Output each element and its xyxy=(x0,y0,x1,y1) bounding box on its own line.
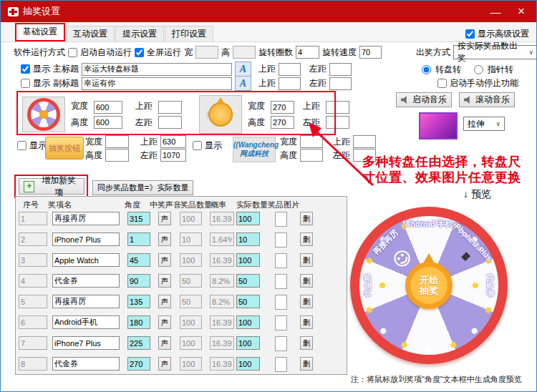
probability-field[interactable] xyxy=(210,232,234,246)
lottery-button-width-field[interactable] xyxy=(105,135,129,148)
subtitle-left-field[interactable] xyxy=(329,77,352,90)
angle-input[interactable] xyxy=(127,212,150,225)
sound-button[interactable]: 声 xyxy=(158,315,171,329)
row-number-field[interactable] xyxy=(19,212,47,225)
prize-quantity-field[interactable] xyxy=(180,274,202,288)
row-number-field[interactable] xyxy=(19,336,47,350)
prize-quantity-field[interactable] xyxy=(180,315,202,329)
probability-field[interactable] xyxy=(210,295,234,308)
probability-field[interactable] xyxy=(210,357,234,371)
wheel-top-field[interactable] xyxy=(158,101,182,114)
angle-input[interactable] xyxy=(127,274,150,288)
delete-button[interactable]: 删 xyxy=(300,232,313,246)
prize-image-box[interactable] xyxy=(275,253,287,268)
probability-field[interactable] xyxy=(210,274,234,288)
angle-input[interactable] xyxy=(127,357,150,371)
sound-button[interactable]: 声 xyxy=(158,336,171,350)
delete-button[interactable]: 删 xyxy=(300,253,313,267)
actual-quantity-input[interactable] xyxy=(236,336,260,350)
prize-quantity-field[interactable] xyxy=(180,295,202,308)
prize-image-box[interactable] xyxy=(275,295,287,310)
show-advanced-settings[interactable]: 显示高级设置 xyxy=(465,28,529,40)
delete-button[interactable]: 删 xyxy=(300,274,313,288)
sound-button[interactable]: 声 xyxy=(158,274,171,288)
subtitle-font-button[interactable]: A xyxy=(235,76,251,91)
actual-quantity-input[interactable] xyxy=(236,315,260,329)
main-title-input[interactable] xyxy=(82,63,232,76)
angle-input[interactable] xyxy=(127,336,150,350)
prize-quantity-field[interactable] xyxy=(180,212,202,225)
wheel-image-thumbnail[interactable] xyxy=(22,97,65,132)
startup-music-button[interactable]: 启动音乐 xyxy=(396,92,452,107)
wheel-spin-radio[interactable] xyxy=(422,65,431,74)
wheel-width-field[interactable] xyxy=(94,101,122,114)
main-title-show-checkbox[interactable] xyxy=(21,64,30,74)
prize-name-input[interactable] xyxy=(52,295,120,308)
fullscreen-checkbox[interactable] xyxy=(135,48,144,57)
prize-name-input[interactable] xyxy=(52,357,120,371)
sound-button[interactable]: 声 xyxy=(158,212,171,225)
row-number-field[interactable] xyxy=(19,295,47,308)
sound-button[interactable]: 声 xyxy=(158,253,171,267)
prize-image-box[interactable] xyxy=(275,336,287,351)
row-number-field[interactable] xyxy=(19,274,47,288)
probability-field[interactable] xyxy=(210,212,234,225)
delete-button[interactable]: 删 xyxy=(300,357,313,371)
screen-height-field[interactable] xyxy=(233,46,256,59)
actual-quantity-input[interactable] xyxy=(236,295,260,308)
actual-quantity-input[interactable] xyxy=(236,232,260,246)
prize-name-input[interactable] xyxy=(52,253,120,267)
actual-quantity-input[interactable] xyxy=(236,253,260,267)
auto-run-checkbox[interactable] xyxy=(68,48,77,57)
tab-print-settings[interactable]: 打印设置 xyxy=(165,26,213,41)
wheel-left-field[interactable] xyxy=(158,116,182,129)
pointer-image-thumbnail[interactable]: 指针图片 xyxy=(199,95,242,134)
pointer-width-field[interactable] xyxy=(271,101,294,114)
pointer-height-field[interactable] xyxy=(271,116,294,129)
main-title-font-button[interactable]: A xyxy=(235,62,251,77)
delete-button[interactable]: 删 xyxy=(300,315,313,329)
angle-input[interactable] xyxy=(127,253,150,267)
prize-name-input[interactable] xyxy=(52,274,120,288)
row-number-field[interactable] xyxy=(19,357,47,371)
logo-height-field[interactable] xyxy=(300,149,323,162)
sound-button[interactable]: 声 xyxy=(158,295,171,308)
prize-image-box[interactable] xyxy=(275,212,287,227)
row-number-field[interactable] xyxy=(19,232,47,246)
sound-button[interactable]: 声 xyxy=(158,232,171,246)
prize-quantity-field[interactable] xyxy=(180,357,202,371)
tab-prompt-settings[interactable]: 提示设置 xyxy=(115,26,164,41)
prize-mode-select[interactable]: 按实际奖品数出奖 ∨ xyxy=(453,45,537,59)
delete-button[interactable]: 删 xyxy=(300,336,313,350)
tab-interactive-settings[interactable]: 互动设置 xyxy=(66,26,115,41)
spin-speed-field[interactable] xyxy=(359,46,382,59)
subtitle-input[interactable] xyxy=(82,77,232,90)
prize-quantity-field[interactable] xyxy=(180,253,202,267)
probability-field[interactable] xyxy=(210,253,234,267)
lottery-button-height-field[interactable] xyxy=(105,149,129,162)
prize-image-box[interactable] xyxy=(275,274,287,289)
delete-button[interactable]: 删 xyxy=(300,212,313,225)
prize-name-input[interactable] xyxy=(52,336,120,350)
logo-width-field[interactable] xyxy=(300,135,323,148)
logo-top-field[interactable] xyxy=(353,135,376,148)
pointer-left-field[interactable] xyxy=(326,116,349,129)
prize-name-input[interactable] xyxy=(52,232,120,246)
pointer-spin-radio[interactable] xyxy=(474,65,483,74)
angle-input[interactable] xyxy=(127,232,150,246)
subtitle-top-field[interactable] xyxy=(279,77,301,90)
row-number-field[interactable] xyxy=(19,315,47,329)
delete-button[interactable]: 删 xyxy=(300,295,313,308)
stretch-mode-select[interactable]: 拉伸 ∨ xyxy=(463,117,505,131)
lottery-button-left-field[interactable] xyxy=(160,149,186,162)
prize-image-box[interactable] xyxy=(275,357,287,372)
prize-image-box[interactable] xyxy=(275,315,287,330)
actual-quantity-input[interactable] xyxy=(236,274,260,288)
prize-quantity-field[interactable] xyxy=(180,336,202,350)
screen-width-field[interactable] xyxy=(195,46,218,59)
prize-image-box[interactable] xyxy=(275,232,287,248)
lottery-button-thumbnail[interactable]: 抽奖按钮 xyxy=(45,137,84,160)
probability-field[interactable] xyxy=(210,315,234,329)
background-image-thumbnail[interactable] xyxy=(419,112,458,139)
main-title-left-field[interactable] xyxy=(329,63,352,76)
